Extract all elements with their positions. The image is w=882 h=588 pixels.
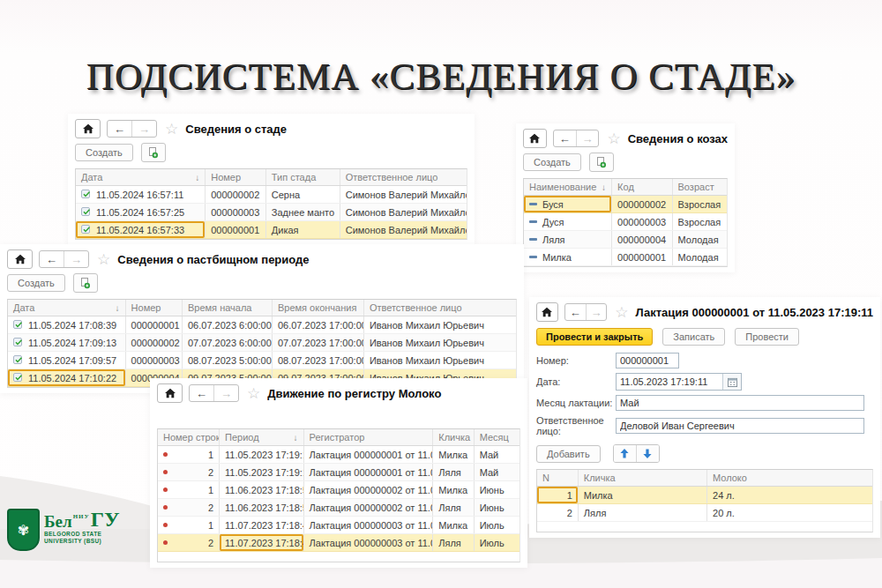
- table-row[interactable]: 11.05.2024 16:57:11 000000002 Серна Симо…: [76, 186, 467, 204]
- table-row[interactable]: 1 11.05.2023 17:19:11 Лактация 000000001…: [158, 446, 519, 464]
- back-button[interactable]: ←: [108, 121, 131, 137]
- column-header-nick[interactable]: Кличка: [432, 429, 473, 445]
- date-input[interactable]: [617, 375, 722, 389]
- column-header-n[interactable]: N: [537, 470, 578, 486]
- forward-button[interactable]: →: [213, 385, 238, 401]
- favorite-star-icon[interactable]: ☆: [247, 386, 260, 401]
- create-from-button[interactable]: [589, 153, 614, 172]
- column-header-person[interactable]: Ответственное лицо: [340, 169, 467, 185]
- column-label: Время начала: [188, 302, 251, 313]
- milk-table: Номер строки Период↓ Регистратор Кличка …: [157, 428, 520, 562]
- cell-start: 06.07.2023 6:00:00: [188, 320, 272, 331]
- logo-text: Бел НИУ ГУ BELGOROD STATE UNIVERSITY (BS…: [44, 509, 120, 545]
- home-button[interactable]: [75, 119, 101, 138]
- add-row-button[interactable]: Добавить: [536, 445, 601, 463]
- column-header-milk[interactable]: Молоко: [706, 470, 872, 486]
- field-number: Номер:: [536, 353, 873, 368]
- milk-toolbar: ← → ☆ Движение по регистру Молоко: [157, 383, 520, 403]
- column-header-end[interactable]: Время окончания: [272, 300, 363, 316]
- favorite-star-icon[interactable]: ☆: [97, 252, 110, 267]
- table-row[interactable]: 2 11.05.2023 17:19:11 Лактация 000000001…: [158, 464, 519, 481]
- home-button[interactable]: [536, 302, 558, 322]
- field-label: Дата:: [536, 376, 616, 387]
- create-from-button[interactable]: [73, 273, 98, 293]
- responsible-person-input[interactable]: [616, 418, 864, 434]
- table-row-selected[interactable]: Буся 000000002 Взрослая: [524, 196, 727, 213]
- cell-code: 000000001: [617, 252, 666, 263]
- column-label: Кличка: [584, 473, 616, 483]
- cell-nick: Ляля: [438, 467, 461, 478]
- back-button[interactable]: ←: [40, 251, 64, 267]
- cell-month: Июль: [480, 538, 505, 548]
- table-row[interactable]: 2 11.06.2023 17:18:59 Лактация 000000002…: [158, 499, 519, 517]
- create-button[interactable]: Создать: [75, 144, 133, 161]
- cell-period: 11.06.2023 17:18:59: [225, 485, 303, 495]
- table-row-selected[interactable]: 11.05.2024 16:57:33 000000001 Дикая Симо…: [76, 221, 467, 239]
- home-button[interactable]: [157, 383, 183, 403]
- forward-button[interactable]: →: [131, 121, 156, 137]
- back-button[interactable]: ←: [554, 130, 576, 146]
- table-row[interactable]: 11.05.2024 17:09:57 000000003 08.07.2023…: [8, 352, 516, 369]
- column-header-number[interactable]: Номер: [125, 300, 182, 316]
- create-button[interactable]: Создать: [523, 153, 581, 171]
- cell-nick: Ляля: [438, 538, 461, 548]
- column-header-nick[interactable]: Кличка: [578, 470, 706, 486]
- lactation-month-input[interactable]: [616, 395, 864, 411]
- write-button[interactable]: Записать: [662, 328, 725, 346]
- back-button[interactable]: ←: [190, 385, 213, 401]
- favorite-star-icon[interactable]: ☆: [607, 131, 620, 146]
- column-header-number[interactable]: Номер: [205, 169, 265, 185]
- post-button[interactable]: Провести: [735, 328, 799, 346]
- cell-date: 11.05.2024 17:09:57: [28, 355, 116, 366]
- goats-commandbar: Создать: [523, 153, 728, 172]
- home-button[interactable]: [7, 249, 33, 269]
- create-from-button[interactable]: [141, 143, 166, 162]
- table-row-selected[interactable]: 2 11.07.2023 17:18:46 Лактация 000000003…: [158, 534, 519, 552]
- column-header-month[interactable]: Месяц: [474, 429, 519, 445]
- column-header-start[interactable]: Время начала: [182, 300, 272, 316]
- column-header-date[interactable]: Дата↓: [76, 169, 205, 185]
- forward-button[interactable]: →: [586, 304, 607, 320]
- cell-person: Иванов Михаил Юрьевич: [370, 320, 484, 331]
- move-down-button[interactable]: [636, 445, 659, 462]
- table-row[interactable]: 11.05.2024 16:57:25 000000003 Заднее ман…: [76, 204, 467, 221]
- form-toolbar: ← → ☆ Лактация 000000001 от 11.05.2023 1…: [536, 302, 873, 322]
- table-row[interactable]: 11.05.2024 17:09:13 000000002 07.07.2023…: [8, 334, 516, 352]
- cell-end: 06.07.2023 17:00:00: [278, 320, 363, 331]
- column-header-age[interactable]: Возраст: [672, 179, 727, 195]
- column-header-type[interactable]: Тип стада: [265, 169, 340, 185]
- table-row[interactable]: Милка 000000001 Молодая: [524, 249, 727, 266]
- column-header-registrar[interactable]: Регистратор: [303, 429, 433, 445]
- column-header-name[interactable]: Наименование↓: [524, 179, 611, 195]
- create-button[interactable]: Создать: [7, 274, 65, 292]
- back-button[interactable]: ←: [565, 304, 586, 320]
- table-row[interactable]: Ляля 000000004 Молодая: [524, 231, 727, 249]
- cell-person: Симонов Валерий Михайлович: [346, 190, 467, 200]
- table-row[interactable]: Дуся 000000003 Взрослая: [524, 213, 727, 231]
- table-row[interactable]: 1 11.06.2023 17:18:59 Лактация 000000002…: [158, 481, 519, 499]
- column-header-period[interactable]: Период↓: [219, 429, 303, 445]
- back-icon: ←: [46, 253, 57, 266]
- cell-registrar: Лактация 000000003 от 11.07…: [310, 538, 433, 548]
- forward-button[interactable]: →: [64, 251, 88, 267]
- favorite-star-icon[interactable]: ☆: [615, 305, 628, 320]
- cell-age: Взрослая: [678, 199, 721, 210]
- number-input[interactable]: [616, 353, 679, 368]
- table-row[interactable]: 2 Ляля 20 л.: [537, 504, 872, 522]
- posted-document-icon: [81, 225, 92, 234]
- column-label: Период: [225, 432, 259, 443]
- favorite-star-icon[interactable]: ☆: [165, 122, 178, 137]
- table-row[interactable]: 1 11.07.2023 17:18:46 Лактация 000000003…: [158, 517, 519, 534]
- column-header-date[interactable]: Дата↓: [8, 300, 125, 316]
- table-row-selected[interactable]: 1 Милка 24 л.: [537, 487, 872, 504]
- post-and-close-button[interactable]: Провести и закрыть: [536, 328, 653, 346]
- forward-button[interactable]: →: [576, 130, 599, 146]
- cell-period: 11.06.2023 17:18:59: [225, 502, 303, 513]
- calendar-button[interactable]: [722, 374, 741, 390]
- column-header-code[interactable]: Код: [611, 179, 671, 195]
- table-row[interactable]: 11.05.2024 17:08:39 000000001 06.07.2023…: [8, 316, 516, 334]
- move-up-button[interactable]: [614, 445, 636, 462]
- column-header-line[interactable]: Номер строки: [158, 429, 219, 445]
- home-button[interactable]: [523, 129, 547, 148]
- column-header-person[interactable]: Ответственное лицо: [363, 300, 516, 316]
